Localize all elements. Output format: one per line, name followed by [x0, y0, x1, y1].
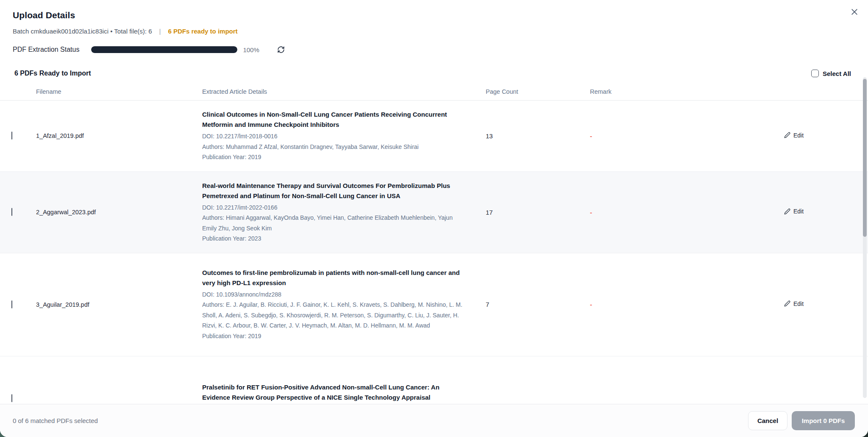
column-header-remark: Remark [590, 88, 784, 95]
row-page-count: 13 [486, 132, 590, 140]
select-all-control[interactable]: Select All [811, 70, 851, 77]
edit-button[interactable]: Edit [784, 132, 804, 139]
column-header-page-count: Page Count [486, 88, 590, 95]
article-publication-year: Publication Year: 2019 [202, 152, 465, 162]
close-icon[interactable] [850, 8, 859, 16]
batch-id-text: Batch cmkduaeik001d02la1ic83ici • Total … [13, 28, 152, 35]
article-title: Clinical Outcomes in Non-Small-Cell Lung… [202, 109, 465, 130]
refresh-icon[interactable] [277, 46, 285, 53]
ready-to-import-badge: 6 PDFs ready to import [168, 28, 237, 35]
table-body: 1_Afzal_2019.pdf Clinical Outcomes in No… [0, 101, 868, 437]
batch-info-line: Batch cmkduaeik001d02la1ic83ici • Total … [13, 28, 868, 35]
edit-label: Edit [793, 208, 804, 215]
edit-button[interactable]: Edit [784, 300, 804, 307]
table-row: 3_Aguilar_2019.pdf Outcomes to first-lin… [0, 253, 868, 356]
column-header-details: Extracted Article Details [202, 88, 486, 95]
extraction-progress-bar [91, 46, 237, 53]
article-doi: DOI: 10.2217/imt-2022-0166 [202, 202, 465, 213]
article-doi: DOI: 10.2217/lmt-2018-0016 [202, 131, 465, 142]
row-article-details: Clinical Outcomes in Non-Small-Cell Lung… [202, 101, 486, 171]
article-authors: Authors: Muhammad Z Afzal, Konstantin Dr… [202, 142, 465, 152]
select-all-checkbox[interactable] [811, 70, 819, 77]
article-title: Pralsetinib for RET Fusion-Positive Adva… [202, 382, 465, 403]
extraction-status-label: PDF Extraction Status [13, 46, 79, 53]
row-page-count: 17 [486, 209, 590, 216]
pencil-icon [784, 208, 790, 215]
selection-summary: 0 of 6 matched PDFs selected [13, 417, 98, 424]
article-authors: Authors: E. J. Aguilar, B. Ricciuti, J. … [202, 300, 465, 331]
article-publication-year: Publication Year: 2019 [202, 331, 465, 342]
vertical-scrollbar-thumb[interactable] [863, 79, 867, 237]
separator: | [159, 28, 161, 35]
row-checkbox[interactable] [11, 300, 12, 308]
row-remark: - [590, 301, 784, 308]
row-checkbox[interactable] [11, 132, 12, 140]
edit-button[interactable]: Edit [784, 208, 804, 215]
vertical-scrollbar-track [863, 77, 867, 398]
article-doi: DOI: 10.1093/annonc/mdz288 [202, 289, 465, 300]
pencil-icon [784, 132, 790, 138]
row-remark: - [590, 132, 784, 140]
article-title: Real-world Maintenance Therapy and Survi… [202, 181, 465, 201]
table-row: 1_Afzal_2019.pdf Clinical Outcomes in No… [0, 101, 868, 172]
section-title: 6 PDFs Ready to Import [14, 70, 91, 77]
article-authors: Authors: Himani Aggarwal, KayOnda Bayo, … [202, 213, 465, 233]
row-checkbox[interactable] [11, 394, 12, 402]
article-title: Outcomes to first-line pembrolizumab in … [202, 268, 465, 288]
footer-bar: 0 of 6 matched PDFs selected Cancel Impo… [0, 404, 868, 437]
row-filename: 1_Afzal_2019.pdf [36, 132, 202, 139]
select-all-label: Select All [823, 70, 851, 77]
row-page-count: 7 [486, 301, 590, 308]
row-filename: 3_Aguilar_2019.pdf [36, 301, 202, 308]
row-remark: - [590, 209, 784, 216]
page-title: Upload Details [13, 10, 868, 20]
edit-label: Edit [793, 300, 804, 307]
article-publication-year: Publication Year: 2023 [202, 233, 465, 244]
row-article-details: Outcomes to first-line pembrolizumab in … [202, 259, 486, 350]
cancel-button[interactable]: Cancel [748, 411, 787, 430]
import-pdfs-button[interactable]: Import 0 PDFs [792, 411, 855, 430]
upload-details-modal: Upload Details Batch cmkduaeik001d02la1i… [0, 0, 868, 437]
extraction-percent: 100% [243, 46, 259, 53]
row-article-details: Real-world Maintenance Therapy and Survi… [202, 172, 486, 253]
row-filename: 2_Aggarwal_2023.pdf [36, 209, 202, 216]
pencil-icon [784, 300, 790, 307]
table-header-row: Filename Extracted Article Details Page … [0, 83, 868, 101]
column-header-filename: Filename [36, 88, 202, 95]
table-row: 2_Aggarwal_2023.pdf Real-world Maintenan… [0, 172, 868, 253]
edit-label: Edit [793, 132, 804, 139]
row-checkbox[interactable] [11, 208, 12, 216]
extraction-progress-fill [91, 46, 237, 53]
